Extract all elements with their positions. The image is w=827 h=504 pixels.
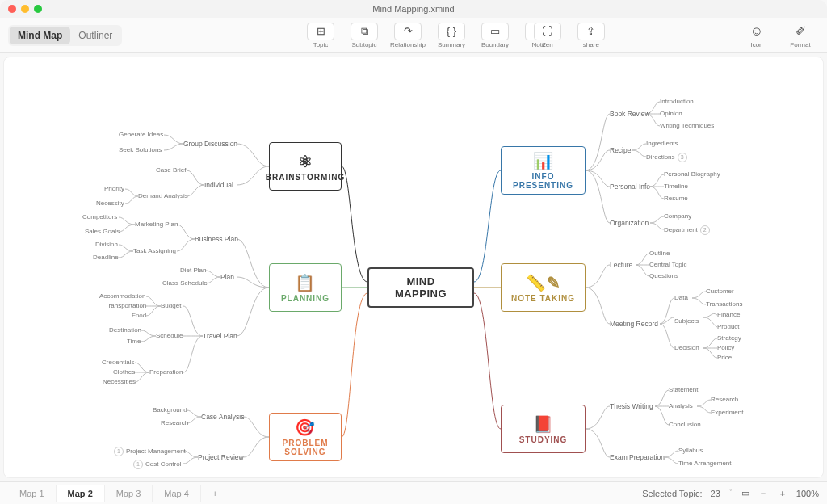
add-tab-button[interactable]: + xyxy=(201,485,229,502)
leaf[interactable]: Food xyxy=(132,312,146,319)
subtopic[interactable]: Meeting Record xyxy=(610,320,658,328)
branch-studying[interactable]: 📕 STUDYING xyxy=(501,405,586,453)
subtopic[interactable]: Individual xyxy=(204,181,233,189)
icon-button[interactable]: ☺ Icon xyxy=(738,23,775,48)
leaf[interactable]: Budget xyxy=(161,302,181,309)
leaf[interactable]: Personal Biography xyxy=(664,170,720,178)
leaf[interactable]: Directions xyxy=(646,153,687,162)
leaf[interactable]: Marketing Plan xyxy=(135,220,178,228)
zoom-in-button[interactable]: + xyxy=(777,489,788,498)
leaf[interactable]: Diet Plan xyxy=(180,267,206,274)
leaf[interactable]: Priority xyxy=(104,185,124,192)
leaf[interactable]: Necessities xyxy=(103,378,136,385)
leaf[interactable]: Necessity xyxy=(96,200,124,207)
subtopic[interactable]: Lecture xyxy=(610,261,632,269)
summary-button[interactable]: { } Summary xyxy=(433,23,470,48)
leaf[interactable]: Data xyxy=(674,294,688,301)
branch-info-presenting[interactable]: 📊 INFO PRESENTING xyxy=(501,146,586,195)
branch-problem-solving[interactable]: 🎯 PROBLEM SOLVING xyxy=(269,413,342,461)
tab-map-2[interactable]: Map 2 xyxy=(57,485,105,502)
subtopic[interactable]: Group Discussion xyxy=(183,140,237,148)
leaf[interactable]: Task Assigning xyxy=(133,247,176,254)
leaf[interactable]: Resume xyxy=(664,195,688,202)
leaf[interactable]: Research xyxy=(711,396,738,403)
leaf[interactable]: Demand Analysis xyxy=(138,192,188,200)
branch-brainstorming[interactable]: ⚛ BRAINSTORMING xyxy=(269,142,342,191)
tab-map-4[interactable]: Map 4 xyxy=(153,485,201,502)
tab-map-1[interactable]: Map 1 xyxy=(8,485,57,502)
leaf[interactable]: Central Topic xyxy=(649,261,687,268)
leaf[interactable]: Clothes xyxy=(113,368,135,376)
leaf[interactable]: Decision xyxy=(674,344,699,351)
leaf[interactable]: Strategy xyxy=(717,334,741,342)
leaf[interactable]: Subjects xyxy=(674,317,699,325)
subtopic[interactable]: Recipe xyxy=(610,146,631,154)
canvas[interactable]: MIND MAPPING ⚛ BRAINSTORMING 📋 PLANNING … xyxy=(3,57,824,478)
leaf[interactable]: Generate Ideas xyxy=(119,131,163,138)
leaf[interactable]: Schedule xyxy=(156,332,183,339)
subtopic[interactable]: Business Plan xyxy=(195,235,238,243)
leaf[interactable]: Department xyxy=(664,225,710,235)
zen-button[interactable]: ⛶ Zen xyxy=(529,23,566,48)
mind-map-view-button[interactable]: Mind Map xyxy=(10,27,70,44)
subtopic[interactable]: Organization xyxy=(610,219,649,227)
leaf[interactable]: Transportation xyxy=(105,302,146,309)
close-window-icon[interactable] xyxy=(8,5,16,13)
subtopic-button[interactable]: ⧉ Subtopic xyxy=(346,23,383,48)
boundary-button[interactable]: ▭ Boundary xyxy=(476,23,514,48)
leaf[interactable]: Transactions xyxy=(706,300,743,308)
leaf[interactable]: Statement xyxy=(669,386,698,393)
leaf[interactable]: Policy xyxy=(717,344,734,351)
minimize-window-icon[interactable] xyxy=(21,5,29,13)
leaf[interactable]: Conclusion xyxy=(669,421,701,428)
leaf[interactable]: Research xyxy=(161,419,188,426)
leaf[interactable]: Outline xyxy=(649,250,670,257)
leaf[interactable]: Product xyxy=(717,323,740,330)
leaf[interactable]: Preparation xyxy=(149,368,183,376)
format-button[interactable]: ✐ Format xyxy=(782,23,819,48)
leaf[interactable]: Background xyxy=(153,406,187,414)
subtopic[interactable]: Travel Plan xyxy=(203,332,237,340)
leaf[interactable]: Credentials xyxy=(102,359,134,366)
leaf[interactable]: Time Arrangement xyxy=(678,460,732,467)
leaf[interactable]: Seek Solutions xyxy=(119,146,162,153)
subtopic[interactable]: Plan xyxy=(220,273,234,281)
subtopic[interactable]: Thesis Writing xyxy=(610,402,653,410)
outliner-view-button[interactable]: Outliner xyxy=(70,27,120,44)
leaf[interactable]: Project Management xyxy=(114,447,186,456)
leaf[interactable]: Class Schedule xyxy=(162,279,208,287)
leaf[interactable]: Cost Control xyxy=(133,460,181,469)
leaf[interactable]: Deadline xyxy=(93,254,119,261)
leaf[interactable]: Case Brief xyxy=(156,166,186,174)
subtopic[interactable]: Project Review xyxy=(198,453,244,461)
leaf[interactable]: Opinion xyxy=(660,110,682,117)
central-topic[interactable]: MIND MAPPING xyxy=(367,267,474,308)
zoom-out-button[interactable]: − xyxy=(758,489,769,498)
subtopic[interactable]: Book Review xyxy=(610,110,650,118)
relationship-button[interactable]: ↷ Relationship xyxy=(389,23,426,48)
leaf[interactable]: Syllabus xyxy=(678,447,703,454)
topic-button[interactable]: ⊞ Topic xyxy=(302,23,339,48)
leaf[interactable]: Company xyxy=(664,212,691,220)
leaf[interactable]: Experiment xyxy=(711,409,743,416)
branch-planning[interactable]: 📋 PLANNING xyxy=(269,263,342,312)
share-button[interactable]: ⇪ share xyxy=(573,23,610,48)
subtopic[interactable]: Case Analysis xyxy=(201,413,244,421)
leaf[interactable]: Sales Goals xyxy=(85,228,120,235)
leaf[interactable]: Questions xyxy=(649,272,678,279)
zoom-level[interactable]: 100% xyxy=(796,489,819,498)
outline-icon[interactable]: ▭ xyxy=(741,488,749,498)
leaf[interactable]: Division xyxy=(95,241,118,248)
leaf[interactable]: Introduction xyxy=(660,98,694,105)
tab-map-3[interactable]: Map 3 xyxy=(105,485,153,502)
leaf[interactable]: Competitors xyxy=(82,213,117,220)
subtopic[interactable]: Personal Info xyxy=(610,183,650,191)
subtopic[interactable]: Exam Preparation xyxy=(610,453,665,461)
leaf[interactable]: Accommodation xyxy=(99,292,145,300)
leaf[interactable]: Customer xyxy=(706,288,734,295)
leaf[interactable]: Timeline xyxy=(664,183,688,190)
leaf[interactable]: Analysis xyxy=(669,402,693,410)
leaf[interactable]: Ingredients xyxy=(646,140,678,147)
leaf[interactable]: Time xyxy=(127,338,141,345)
branch-note-taking[interactable]: 📏✎ NOTE TAKING xyxy=(501,263,586,312)
